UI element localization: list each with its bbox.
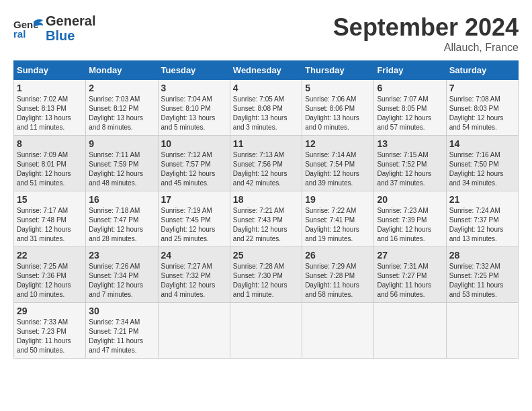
day-number: 16 — [89, 194, 154, 205]
day-info: Sunrise: 7:22 AM Sunset: 7:41 PM Dayligh… — [305, 206, 371, 244]
month-title: September 2024 — [333, 13, 519, 42]
calendar-cell — [230, 303, 302, 359]
day-info: Sunrise: 7:08 AM Sunset: 8:03 PM Dayligh… — [449, 95, 515, 132]
day-number: 15 — [17, 194, 83, 205]
day-info: Sunrise: 7:03 AM Sunset: 8:12 PM Dayligh… — [89, 95, 154, 132]
calendar-cell: 2 Sunrise: 7:03 AM Sunset: 8:12 PM Dayli… — [86, 80, 158, 136]
calendar-cell: 28 Sunrise: 7:32 AM Sunset: 7:25 PM Dayl… — [446, 247, 518, 303]
calendar-cell: 16 Sunrise: 7:18 AM Sunset: 7:47 PM Dayl… — [86, 191, 158, 247]
calendar-cell: 26 Sunrise: 7:29 AM Sunset: 7:28 PM Dayl… — [302, 247, 374, 303]
calendar-cell: 24 Sunrise: 7:27 AM Sunset: 7:32 PM Dayl… — [158, 247, 230, 303]
calendar-cell: 18 Sunrise: 7:21 AM Sunset: 7:43 PM Dayl… — [230, 191, 302, 247]
day-number: 8 — [17, 138, 83, 149]
day-info: Sunrise: 7:07 AM Sunset: 8:05 PM Dayligh… — [377, 95, 443, 132]
calendar-week-row: 1 Sunrise: 7:02 AM Sunset: 8:13 PM Dayli… — [14, 80, 519, 136]
day-number: 9 — [89, 138, 154, 149]
calendar-week-row: 8 Sunrise: 7:09 AM Sunset: 8:01 PM Dayli… — [14, 136, 519, 191]
svg-text:ral: ral — [13, 28, 26, 40]
calendar-cell: 8 Sunrise: 7:09 AM Sunset: 8:01 PM Dayli… — [14, 136, 86, 191]
calendar-cell: 15 Sunrise: 7:17 AM Sunset: 7:48 PM Dayl… — [14, 191, 86, 247]
day-number: 12 — [305, 138, 371, 149]
day-info: Sunrise: 7:09 AM Sunset: 8:01 PM Dayligh… — [17, 150, 83, 188]
calendar-header-row: SundayMondayTuesdayWednesdayThursdayFrid… — [14, 61, 519, 80]
day-number: 25 — [233, 250, 299, 261]
day-info: Sunrise: 7:23 AM Sunset: 7:39 PM Dayligh… — [377, 206, 443, 244]
calendar-cell: 17 Sunrise: 7:19 AM Sunset: 7:45 PM Dayl… — [158, 191, 230, 247]
day-number: 21 — [449, 194, 515, 205]
day-number: 28 — [449, 250, 515, 261]
calendar-cell — [158, 303, 230, 359]
day-info: Sunrise: 7:18 AM Sunset: 7:47 PM Dayligh… — [89, 206, 154, 244]
calendar-cell — [302, 303, 374, 359]
day-number: 20 — [377, 194, 443, 205]
day-number: 5 — [305, 83, 371, 93]
calendar-cell: 25 Sunrise: 7:28 AM Sunset: 7:30 PM Dayl… — [230, 247, 302, 303]
calendar-cell: 14 Sunrise: 7:16 AM Sunset: 7:50 PM Dayl… — [446, 136, 518, 191]
calendar-cell: 13 Sunrise: 7:15 AM Sunset: 7:52 PM Dayl… — [374, 136, 446, 191]
calendar-cell: 30 Sunrise: 7:34 AM Sunset: 7:21 PM Dayl… — [86, 303, 158, 359]
logo: Gene ral General Blue — [13, 13, 95, 43]
calendar-cell: 23 Sunrise: 7:26 AM Sunset: 7:34 PM Dayl… — [86, 247, 158, 303]
day-info: Sunrise: 7:28 AM Sunset: 7:30 PM Dayligh… — [233, 262, 299, 300]
calendar-cell: 20 Sunrise: 7:23 AM Sunset: 7:39 PM Dayl… — [374, 191, 446, 247]
day-number: 13 — [377, 138, 443, 149]
day-info: Sunrise: 7:34 AM Sunset: 7:21 PM Dayligh… — [89, 318, 154, 355]
title-block: September 2024 Allauch, France — [333, 13, 519, 54]
day-info: Sunrise: 7:32 AM Sunset: 7:25 PM Dayligh… — [449, 262, 515, 300]
day-info: Sunrise: 7:25 AM Sunset: 7:36 PM Dayligh… — [17, 262, 83, 300]
logo-icon: Gene ral — [13, 16, 43, 40]
day-info: Sunrise: 7:26 AM Sunset: 7:34 PM Dayligh… — [89, 262, 154, 300]
day-number: 3 — [161, 83, 227, 93]
calendar-cell: 19 Sunrise: 7:22 AM Sunset: 7:41 PM Dayl… — [302, 191, 374, 247]
calendar-week-row: 15 Sunrise: 7:17 AM Sunset: 7:48 PM Dayl… — [14, 191, 519, 247]
day-number: 4 — [233, 83, 299, 93]
column-header-friday: Friday — [374, 61, 446, 80]
day-info: Sunrise: 7:19 AM Sunset: 7:45 PM Dayligh… — [161, 206, 227, 244]
calendar-cell: 11 Sunrise: 7:13 AM Sunset: 7:56 PM Dayl… — [230, 136, 302, 191]
day-info: Sunrise: 7:17 AM Sunset: 7:48 PM Dayligh… — [17, 206, 83, 244]
calendar-cell: 22 Sunrise: 7:25 AM Sunset: 7:36 PM Dayl… — [14, 247, 86, 303]
calendar-cell: 29 Sunrise: 7:33 AM Sunset: 7:23 PM Dayl… — [14, 303, 86, 359]
day-number: 29 — [17, 306, 83, 316]
column-header-thursday: Thursday — [302, 61, 374, 80]
day-info: Sunrise: 7:31 AM Sunset: 7:27 PM Dayligh… — [377, 262, 443, 300]
day-info: Sunrise: 7:16 AM Sunset: 7:50 PM Dayligh… — [449, 150, 515, 188]
day-info: Sunrise: 7:24 AM Sunset: 7:37 PM Dayligh… — [449, 206, 515, 244]
day-info: Sunrise: 7:27 AM Sunset: 7:32 PM Dayligh… — [161, 262, 227, 300]
day-number: 7 — [449, 83, 515, 93]
day-number: 23 — [89, 250, 154, 261]
calendar-cell — [374, 303, 446, 359]
page-header: Gene ral General Blue September 2024 All… — [13, 13, 519, 54]
day-number: 11 — [233, 138, 299, 149]
logo-text-general: General — [46, 13, 95, 28]
day-number: 19 — [305, 194, 371, 205]
day-info: Sunrise: 7:11 AM Sunset: 7:59 PM Dayligh… — [89, 150, 154, 188]
column-header-sunday: Sunday — [14, 61, 86, 80]
calendar-cell: 10 Sunrise: 7:12 AM Sunset: 7:57 PM Dayl… — [158, 136, 230, 191]
day-number: 14 — [449, 138, 515, 149]
day-number: 10 — [161, 138, 227, 149]
column-header-monday: Monday — [86, 61, 158, 80]
calendar-week-row: 22 Sunrise: 7:25 AM Sunset: 7:36 PM Dayl… — [14, 247, 519, 303]
day-info: Sunrise: 7:13 AM Sunset: 7:56 PM Dayligh… — [233, 150, 299, 188]
day-number: 27 — [377, 250, 443, 261]
calendar-cell: 4 Sunrise: 7:05 AM Sunset: 8:08 PM Dayli… — [230, 80, 302, 136]
day-info: Sunrise: 7:33 AM Sunset: 7:23 PM Dayligh… — [17, 318, 83, 355]
column-header-saturday: Saturday — [446, 61, 518, 80]
day-info: Sunrise: 7:05 AM Sunset: 8:08 PM Dayligh… — [233, 95, 299, 132]
day-number: 26 — [305, 250, 371, 261]
calendar-cell: 3 Sunrise: 7:04 AM Sunset: 8:10 PM Dayli… — [158, 80, 230, 136]
day-info: Sunrise: 7:04 AM Sunset: 8:10 PM Dayligh… — [161, 95, 227, 132]
calendar-cell: 6 Sunrise: 7:07 AM Sunset: 8:05 PM Dayli… — [374, 80, 446, 136]
calendar-cell: 12 Sunrise: 7:14 AM Sunset: 7:54 PM Dayl… — [302, 136, 374, 191]
day-info: Sunrise: 7:29 AM Sunset: 7:28 PM Dayligh… — [305, 262, 371, 300]
day-number: 24 — [161, 250, 227, 261]
logo-text-blue: Blue — [46, 28, 95, 43]
day-info: Sunrise: 7:12 AM Sunset: 7:57 PM Dayligh… — [161, 150, 227, 188]
column-header-wednesday: Wednesday — [230, 61, 302, 80]
calendar-table: SundayMondayTuesdayWednesdayThursdayFrid… — [13, 60, 519, 359]
day-number: 30 — [89, 306, 154, 316]
calendar-cell: 9 Sunrise: 7:11 AM Sunset: 7:59 PM Dayli… — [86, 136, 158, 191]
day-number: 18 — [233, 194, 299, 205]
day-info: Sunrise: 7:15 AM Sunset: 7:52 PM Dayligh… — [377, 150, 443, 188]
